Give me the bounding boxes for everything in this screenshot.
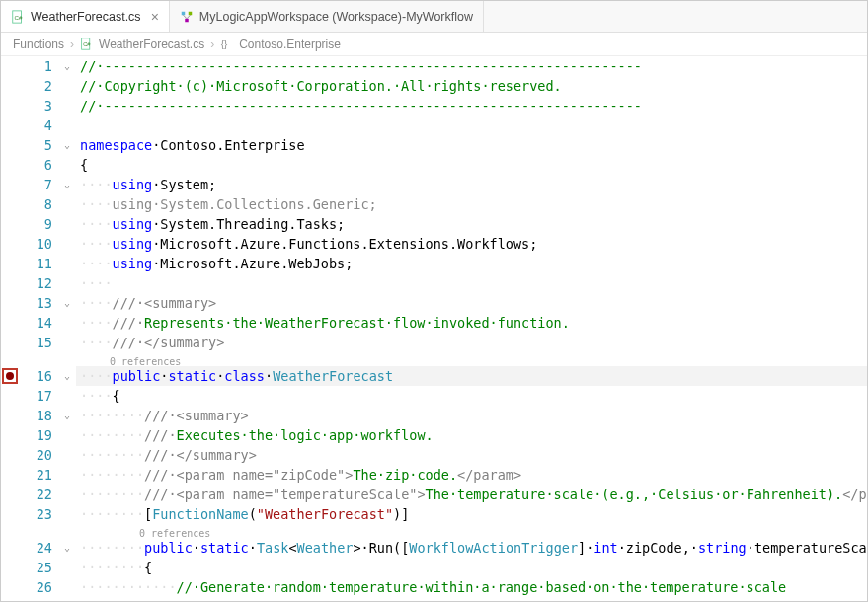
code-line[interactable]: ····///·Represents·the·WeatherForecast·f… <box>76 313 867 333</box>
line-number: 14 <box>19 313 52 333</box>
workflow-icon <box>180 10 194 24</box>
line-number: 9 <box>19 214 52 234</box>
breadcrumb-item[interactable]: Contoso.Enterprise <box>239 38 341 51</box>
line-number: 2 <box>19 76 52 96</box>
codelens[interactable]: 0 references <box>76 524 867 538</box>
line-number: 7 <box>19 175 52 194</box>
svg-rect-3 <box>189 11 193 15</box>
code-line[interactable]: ····using·Microsoft.Azure.Functions.Exte… <box>76 234 867 254</box>
code-line[interactable]: ····using·Microsoft.Azure.WebJobs; <box>76 254 867 273</box>
breadcrumb-item[interactable]: Functions <box>13 38 64 51</box>
breakpoint-icon[interactable] <box>2 368 18 384</box>
namespace-icon: {} <box>220 38 233 50</box>
code-line[interactable]: ············//·Generate·random·temperatu… <box>76 577 867 597</box>
code-line[interactable]: ········///·<param name="zipCode">The·zi… <box>76 465 867 485</box>
line-number: 10 <box>19 234 52 254</box>
fold-chevron-icon[interactable]: ⌄ <box>64 293 70 313</box>
tab-bar: C# WeatherForecast.cs × MyLogicAppWorksp… <box>1 1 867 33</box>
line-number: 27 <box>19 597 52 601</box>
line-number: 20 <box>19 445 52 465</box>
code-line[interactable]: ········///·<param name="temperatureScal… <box>76 485 867 504</box>
svg-line-5 <box>183 15 187 19</box>
line-number: 11 <box>19 254 52 273</box>
code-line[interactable]: ····using·System.Collections.Generic; <box>76 194 867 214</box>
line-number: 13 <box>19 293 52 313</box>
svg-rect-2 <box>182 11 186 15</box>
code-line[interactable]: ········///·<summary> <box>76 406 867 425</box>
line-number: 23 <box>19 504 52 524</box>
code-editor[interactable]: 1234567891011121314151617181920212223242… <box>1 56 867 601</box>
code-line[interactable]: ····///·<summary> <box>76 293 867 313</box>
chevron-right-icon: › <box>210 38 214 51</box>
svg-rect-4 <box>185 18 189 22</box>
tab-weatherforecast[interactable]: C# WeatherForecast.cs × <box>1 1 170 32</box>
code-line[interactable] <box>76 115 867 135</box>
svg-line-6 <box>187 15 191 19</box>
line-number: 22 <box>19 485 52 504</box>
fold-chevron-icon[interactable]: ⌄ <box>64 135 70 155</box>
code-line[interactable]: //·Copyright·(c)·Microsoft·Corporation.·… <box>76 76 867 96</box>
svg-text:{}: {} <box>221 38 228 49</box>
breadcrumb-item[interactable]: WeatherForecast.cs <box>99 38 204 51</box>
code-line[interactable]: ········///·Executes·the·logic·app·workf… <box>76 425 867 445</box>
code-line[interactable]: ············Random·rnd·=·new·Random(); <box>76 597 867 601</box>
line-number: 26 <box>19 577 52 597</box>
code-line[interactable]: ····using·System; <box>76 175 867 194</box>
svg-text:C#: C# <box>83 41 91 47</box>
tab-label: WeatherForecast.cs <box>31 10 141 24</box>
line-number: 6 <box>19 155 52 175</box>
editor-window: C# WeatherForecast.cs × MyLogicAppWorksp… <box>0 0 868 602</box>
csharp-file-icon: C# <box>11 10 25 24</box>
fold-chevron-icon[interactable]: ⌄ <box>64 538 70 558</box>
fold-chevron-icon[interactable]: ⌄ <box>64 406 70 425</box>
line-number: 19 <box>19 425 52 445</box>
line-number: 18 <box>19 406 52 425</box>
line-number: 25 <box>19 558 52 577</box>
line-number: 21 <box>19 465 52 485</box>
line-number: 12 <box>19 273 52 293</box>
line-number: 5 <box>19 135 52 155</box>
line-number: 4 <box>19 115 52 135</box>
code-line[interactable]: ········///·</summary> <box>76 445 867 465</box>
code-line[interactable]: ···· <box>76 273 867 293</box>
fold-chevron-icon[interactable]: ⌄ <box>64 56 70 76</box>
svg-text:C#: C# <box>15 13 23 20</box>
codelens[interactable]: 0 references <box>76 352 867 366</box>
line-number: 3 <box>19 96 52 115</box>
breadcrumb: Functions › C# WeatherForecast.cs › {} C… <box>1 33 867 56</box>
tab-label: MyLogicAppWorkspace (Workspace)-MyWorkfl… <box>199 10 473 24</box>
code-line[interactable]: namespace·Contoso.Enterprise <box>76 135 867 155</box>
code-line[interactable]: ····public·static·class·WeatherForecast <box>76 366 867 386</box>
code-line[interactable]: ····{ <box>76 386 867 406</box>
code-line[interactable]: //·-------------------------------------… <box>76 96 867 115</box>
csharp-file-icon: C# <box>80 38 93 50</box>
code-line[interactable]: { <box>76 155 867 175</box>
code-line[interactable]: ········{ <box>76 558 867 577</box>
line-number: 1 <box>19 56 52 76</box>
fold-chevron-icon[interactable]: ⌄ <box>64 366 70 386</box>
tab-workflow[interactable]: MyLogicAppWorkspace (Workspace)-MyWorkfl… <box>170 1 484 32</box>
line-number: 17 <box>19 386 52 406</box>
code-line[interactable]: ····///·</summary> <box>76 333 867 352</box>
line-number: 15 <box>19 333 52 352</box>
code-line[interactable]: //·-------------------------------------… <box>76 56 867 76</box>
code-line[interactable]: ········[FunctionName("WeatherForecast")… <box>76 504 867 524</box>
chevron-right-icon: › <box>70 38 74 51</box>
line-number: 24 <box>19 538 52 558</box>
line-number: 16 <box>19 366 52 386</box>
code-line[interactable]: ········public·static·Task<Weather>·Run(… <box>76 538 867 558</box>
code-line[interactable]: ····using·System.Threading.Tasks; <box>76 214 867 234</box>
line-number: 8 <box>19 194 52 214</box>
fold-chevron-icon[interactable]: ⌄ <box>64 175 70 194</box>
close-icon[interactable]: × <box>151 9 159 25</box>
